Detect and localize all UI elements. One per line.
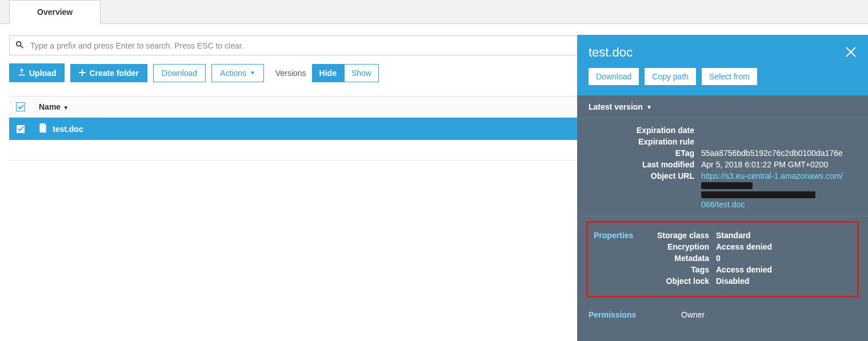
encryption-label: Encryption (655, 242, 709, 251)
row-checkbox[interactable] (16, 125, 25, 134)
properties-heading[interactable]: Properties (594, 231, 648, 240)
version-dropdown[interactable]: Latest version ▼ (589, 102, 857, 111)
object-lock-label: Object lock (655, 276, 709, 286)
metadata-label: Metadata (655, 254, 709, 263)
versions-toggle: Hide Show (312, 64, 379, 82)
object-url-value[interactable]: https://s3.eu-central-1.amazonaws.com/ 0… (701, 171, 857, 209)
storage-class-label: Storage class (655, 231, 709, 240)
chevron-down-icon: ▼ (250, 70, 255, 76)
etag-value: 55aa8756bdb5192c76c2db0100da176e (701, 149, 857, 158)
tags-value: Access denied (716, 265, 851, 274)
close-icon[interactable] (845, 46, 857, 59)
versions-label: Versions (275, 69, 306, 78)
create-folder-button[interactable]: Create folder (70, 64, 147, 82)
select-all-cell[interactable] (16, 102, 39, 111)
tab-overview[interactable]: Overview (9, 0, 101, 24)
permissions-section: Permissions Owner (577, 302, 868, 327)
encryption-value: Access denied (716, 242, 851, 251)
expiration-rule-value (701, 137, 857, 146)
redacted-text (701, 191, 815, 198)
redacted-text (701, 182, 753, 189)
upload-label: Upload (29, 69, 56, 78)
panel-header: test.doc Download Copy path Select from (577, 35, 868, 95)
owner-label: Owner (681, 310, 857, 319)
expiration-date-value (701, 126, 857, 135)
overview-section: Expiration date Expiration rule ETag 55a… (577, 119, 868, 216)
upload-icon (18, 68, 26, 78)
actions-button[interactable]: Actions ▼ (211, 64, 264, 82)
panel-buttons: Download Copy path Select from (589, 68, 857, 85)
download-button[interactable]: Download (153, 64, 206, 82)
search-icon (15, 41, 30, 50)
panel-title: test.doc (589, 45, 633, 60)
file-icon (39, 123, 53, 134)
etag-label: ETag (589, 149, 694, 158)
storage-class-value: Standard (716, 231, 851, 240)
last-modified-label: Last modified (589, 160, 694, 169)
file-name: test.doc (53, 125, 83, 134)
permissions-heading[interactable]: Permissions (589, 310, 674, 319)
expiration-date-label: Expiration date (589, 126, 694, 135)
sort-icon: ▼ (63, 105, 69, 111)
object-detail-panel: test.doc Download Copy path Select from … (577, 35, 868, 341)
versions-show-button[interactable]: Show (344, 64, 379, 82)
name-header[interactable]: Name▼ (39, 102, 646, 111)
object-url-label: Object URL (589, 171, 694, 209)
panel-selectfrom-button[interactable]: Select from (702, 68, 757, 85)
plus-icon (79, 69, 86, 78)
panel-copypath-button[interactable]: Copy path (645, 68, 696, 85)
chevron-down-icon: ▼ (646, 104, 652, 110)
panel-download-button[interactable]: Download (589, 68, 639, 85)
tags-label: Tags (655, 265, 709, 274)
upload-button[interactable]: Upload (9, 63, 65, 82)
version-section: Latest version ▼ (577, 95, 868, 119)
last-modified-value: Apr 5, 2018 6:01:22 PM GMT+0200 (701, 160, 857, 169)
actions-label: Actions (220, 69, 246, 78)
tab-bar: Overview (0, 0, 868, 24)
object-lock-value: Disabled (716, 276, 851, 286)
versions-hide-button[interactable]: Hide (312, 64, 344, 82)
svg-line-1 (21, 46, 23, 48)
select-all-checkbox[interactable] (16, 102, 25, 111)
properties-section: Properties Storage class Standard Encryp… (586, 221, 859, 298)
expiration-rule-label: Expiration rule (589, 137, 694, 146)
create-folder-label: Create folder (89, 69, 138, 78)
metadata-value: 0 (716, 254, 851, 263)
svg-point-0 (17, 42, 21, 46)
